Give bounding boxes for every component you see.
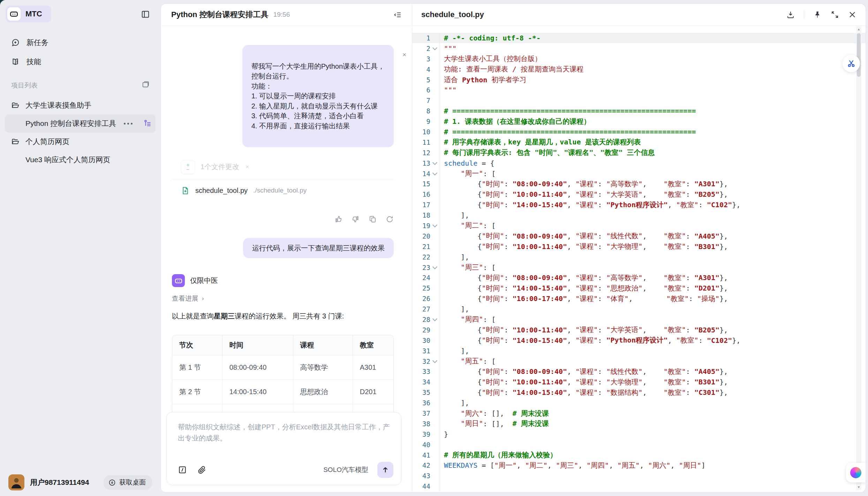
code-line[interactable]: 28 "周四": [: [412, 314, 866, 325]
ai-assistant-button[interactable]: [846, 463, 866, 482]
fold-chevron-icon[interactable]: [430, 360, 439, 362]
code-line[interactable]: 26 {"时间": "16:00-17:40", "课程": "体育", "教室…: [412, 293, 866, 304]
code-line[interactable]: 13schedule = {: [412, 158, 866, 168]
table-row: 第 2 节14:00-15:40思想政治D201: [172, 379, 393, 404]
app-logo[interactable]: MTC: [6, 6, 51, 22]
scrollbar-thumb[interactable]: [857, 33, 861, 77]
code-line[interactable]: 34 {"时间": "10:00-11:40", "课程": "大学物理", "…: [412, 377, 866, 387]
project-list-label: 项目列表: [11, 81, 38, 90]
fold-chevron-icon[interactable]: [430, 318, 439, 321]
code-line[interactable]: 7: [412, 95, 866, 106]
attach-paperclip-icon[interactable]: [197, 465, 206, 474]
code-text: [439, 471, 866, 481]
code-line[interactable]: 10# ====================================…: [412, 127, 866, 137]
code-line[interactable]: 9# 1. 课表数据（在这里修改成你自己的课程）: [412, 116, 866, 127]
collapse-message-icon[interactable]: ×: [402, 50, 406, 60]
scroll-up-icon[interactable]: ▲: [856, 27, 861, 31]
send-button[interactable]: [377, 462, 393, 478]
code-line[interactable]: 19 "周二": [: [412, 220, 866, 231]
code-line[interactable]: 22 ],: [412, 252, 866, 262]
code-line[interactable]: 37 "周六": [], # 周末没课: [412, 408, 866, 419]
code-line[interactable]: 25 {"时间": "14:00-15:40", "课程": "思想政治", "…: [412, 283, 866, 293]
code-line[interactable]: 17 {"时间": "14:00-15:40", "课程": "Python程序…: [412, 200, 866, 210]
code-line[interactable]: 29 {"时间": "10:00-11:40", "课程": "大学英语", "…: [412, 325, 866, 335]
code-line[interactable]: 24 {"时间": "08:00-09:40", "课程": "高等数学", "…: [412, 272, 866, 283]
composer[interactable]: 帮助你组织文献综述，创建PPT，分析Excel数据及其他日常工作，产出专业的成果…: [166, 412, 401, 485]
code-line[interactable]: 27 ],: [412, 304, 866, 314]
outline-tree-icon[interactable]: [144, 119, 152, 128]
fold-chevron-icon[interactable]: [430, 173, 439, 175]
code-line[interactable]: 6""": [412, 85, 866, 95]
model-selector[interactable]: SOLO汽车模型: [323, 465, 368, 474]
fold-chevron-icon[interactable]: [430, 225, 439, 227]
code-line[interactable]: 32 "周五": [: [412, 356, 866, 367]
snippet-cut-button[interactable]: [843, 55, 860, 72]
code-line[interactable]: 31 ],: [412, 346, 866, 356]
project-list-collapse-icon[interactable]: [142, 81, 149, 89]
copy-icon[interactable]: [369, 215, 377, 223]
file-changes-header[interactable]: +− 1个文件更改 ×: [172, 160, 394, 174]
code-line[interactable]: 18 ],: [412, 210, 866, 220]
sidebar-project-item[interactable]: Python 控制台课程安排工具: [5, 114, 156, 133]
fold-chevron-icon[interactable]: [430, 47, 439, 50]
sidebar-item-new-task[interactable]: 新任务: [6, 34, 154, 51]
file-changes-close-icon[interactable]: ×: [246, 164, 249, 171]
sidebar-project-item[interactable]: 大学生课表摸鱼助手: [5, 96, 156, 114]
changed-file-row[interactable]: schedule_tool.py ./schedule_tool.py: [172, 179, 394, 201]
code-line[interactable]: 41# 所有的星期几（用来做输入校验）: [412, 450, 866, 460]
code-line[interactable]: 1# -*- coding: utf-8 -*-: [412, 33, 866, 43]
fold-chevron-icon[interactable]: [430, 266, 439, 269]
code-scrollbar[interactable]: ▲ ▼: [856, 26, 861, 490]
chat-message-list: 帮我写一个大学生用的Python课表小工具， 控制台运行。 功能： 1. 可以显…: [161, 26, 412, 412]
view-progress-link[interactable]: 查看进展 ›: [172, 294, 394, 303]
thumbs-up-icon[interactable]: [334, 215, 342, 223]
pin-icon[interactable]: [813, 10, 822, 19]
thumbs-down-icon[interactable]: [352, 215, 360, 223]
sidebar-item-skills[interactable]: 技能: [6, 53, 154, 70]
code-line[interactable]: 23 "周三": [: [412, 262, 866, 273]
code-line[interactable]: 39}: [412, 429, 866, 439]
code-line[interactable]: 20 {"时间": "08:00-09:40", "课程": "线性代数", "…: [412, 231, 866, 241]
code-line[interactable]: 5适合 Python 初学者学习: [412, 75, 866, 85]
code-line[interactable]: 15 {"时间": "08:00-09:40", "课程": "高等数学", "…: [412, 179, 866, 189]
chat-outline-toggle-icon[interactable]: [393, 10, 402, 19]
code-line[interactable]: 33 {"时间": "08:00-09:40", "课程": "线性代数", "…: [412, 367, 866, 377]
code-line[interactable]: 43: [412, 471, 866, 481]
code-line[interactable]: 14 "周一": [: [412, 168, 866, 179]
code-line[interactable]: 42WEEKDAYS = ["周一", "周二", "周三", "周四", "周…: [412, 460, 866, 471]
code-line[interactable]: 2""": [412, 43, 866, 54]
slash-command-icon[interactable]: [178, 465, 187, 474]
table-cell: 16:00-17:40: [222, 404, 293, 412]
more-options-icon[interactable]: [124, 123, 133, 125]
sidebar-project-item[interactable]: 个人简历网页: [5, 133, 156, 151]
sidebar-project-item[interactable]: Vue3 响应式个人简历网页: [5, 151, 156, 169]
user-avatar[interactable]: [8, 474, 24, 490]
code-line[interactable]: 36 ],: [412, 398, 866, 408]
expand-icon[interactable]: [831, 10, 839, 19]
code-line[interactable]: 30 {"时间": "14:00-15:40", "课程": "Python程序…: [412, 335, 866, 346]
code-line[interactable]: 40: [412, 439, 866, 450]
code-editor[interactable]: 1# -*- coding: utf-8 -*-2"""3大学生课表小工具（控制…: [412, 26, 866, 492]
code-line[interactable]: 4功能: 查看一周课表 / 按星期查询当天课程: [412, 64, 866, 75]
download-icon[interactable]: [786, 10, 795, 19]
code-line[interactable]: 44: [412, 481, 866, 491]
code-line[interactable]: 21 {"时间": "10:00-11:40", "课程": "大学物理", "…: [412, 241, 866, 252]
code-line[interactable]: 11# 用字典存储课表，key 是星期几，value 是该天的课程列表: [412, 137, 866, 148]
code-text: 功能: 查看一周课表 / 按星期查询当天课程: [439, 64, 866, 75]
code-line[interactable]: 12# 每门课用字典表示: 包含 "时间"、"课程名"、"教室" 三个信息: [412, 148, 866, 158]
sidebar-toggle-icon[interactable]: [141, 10, 150, 19]
regenerate-icon[interactable]: [386, 215, 394, 223]
table-cell: 体育: [293, 404, 353, 412]
get-desktop-button[interactable]: 获取桌面: [104, 475, 152, 490]
close-icon[interactable]: [848, 10, 856, 19]
code-line[interactable]: 8# =====================================…: [412, 106, 866, 116]
scroll-down-icon[interactable]: ▼: [856, 485, 861, 489]
user-message: 帮我写一个大学生用的Python课表小工具， 控制台运行。 功能： 1. 可以显…: [242, 45, 394, 147]
code-line[interactable]: 38 "周日": [], # 周末没课: [412, 419, 866, 429]
code-text: ],: [439, 210, 866, 220]
code-line[interactable]: 3大学生课表小工具（控制台版）: [412, 54, 866, 64]
code-line[interactable]: 35 {"时间": "14:00-15:40", "课程": "数据结构", "…: [412, 387, 866, 398]
fold-chevron-icon[interactable]: [430, 162, 439, 164]
line-number: 22: [412, 253, 430, 261]
code-line[interactable]: 16 {"时间": "10:00-11:40", "课程": "大学英语", "…: [412, 189, 866, 200]
